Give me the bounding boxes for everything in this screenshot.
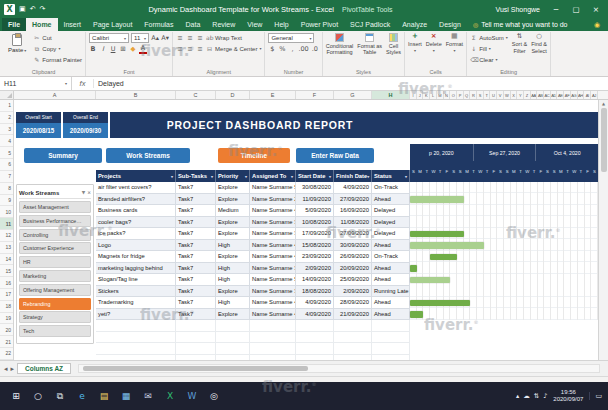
- table-cell[interactable]: Name Surname 4: [250, 309, 296, 321]
- table-cell[interactable]: [250, 343, 296, 355]
- fx-icon[interactable]: fx: [72, 79, 94, 88]
- align-center-button[interactable]: ≡: [186, 45, 194, 53]
- name-box[interactable]: H11▾: [0, 77, 72, 90]
- ribbon-tab-review[interactable]: Review: [206, 18, 241, 31]
- table-cell[interactable]: [372, 320, 410, 332]
- table-cell[interactable]: Ahead: [372, 297, 410, 309]
- slicer-item-asset-management[interactable]: Asset Management: [19, 201, 91, 213]
- row-header-12[interactable]: 12: [0, 230, 13, 242]
- table-cell[interactable]: [372, 343, 410, 355]
- redo-icon[interactable]: ↷: [40, 5, 46, 13]
- autosum-button[interactable]: ΣAutoSum▾: [470, 33, 508, 42]
- table-cell[interactable]: cooler bags?: [96, 217, 176, 229]
- nav-button-enter-raw-data[interactable]: Enter Raw Data: [296, 148, 374, 163]
- align-middle-button[interactable]: ≡: [186, 34, 194, 42]
- gantt-bar[interactable]: [430, 254, 457, 261]
- sheet-canvas[interactable]: Overall Start 2020/08/15 Overall End 202…: [14, 100, 598, 360]
- wrap-text-button[interactable]: abWrap Text: [206, 33, 242, 42]
- format-painter-button[interactable]: ✎Format Painter: [33, 55, 82, 64]
- column-header-AE[interactable]: AE: [557, 91, 564, 99]
- table-cell[interactable]: 16/09/2020: [334, 205, 372, 217]
- table-cell[interactable]: Task7: [176, 297, 216, 309]
- taskbar-icon-mail[interactable]: ✉: [138, 384, 158, 408]
- slicer-item-controlling[interactable]: Controlling: [19, 229, 91, 241]
- table-cell[interactable]: Task7: [176, 205, 216, 217]
- slicer-item-rebranding[interactable]: Rebranding: [19, 298, 91, 310]
- row-header-1[interactable]: 1: [0, 100, 13, 112]
- table-cell[interactable]: Branded airfilters?: [96, 194, 176, 206]
- taskbar-icon-task-view[interactable]: ⧉: [50, 384, 70, 408]
- action-center-icon[interactable]: ▭: [589, 392, 602, 400]
- row-header-6[interactable]: 6: [0, 159, 13, 171]
- minimize-button[interactable]: ─: [548, 5, 564, 14]
- font-color-button[interactable]: A: [139, 45, 147, 54]
- table-cell[interactable]: [372, 355, 410, 361]
- table-header-assigned-to[interactable]: Assigned To▾: [250, 170, 296, 182]
- column-header-Z[interactable]: Z: [524, 91, 531, 99]
- table-cell[interactable]: ice packs?: [96, 228, 176, 240]
- restore-button[interactable]: ▢: [568, 5, 584, 14]
- table-cell[interactable]: Task7: [176, 286, 216, 298]
- table-cell[interactable]: 21/09/2020: [334, 309, 372, 321]
- ribbon-tab-scj-padlock[interactable]: SCJ Padlock: [344, 18, 396, 31]
- table-cell[interactable]: [296, 332, 334, 344]
- column-header-C[interactable]: C: [176, 91, 216, 99]
- taskbar-icon-browser[interactable]: ◎: [204, 384, 224, 408]
- slicer-item-offering-management[interactable]: Offering Management: [19, 284, 91, 296]
- row-header-19[interactable]: 19: [0, 313, 13, 325]
- table-cell[interactable]: Name Surname 5: [250, 274, 296, 286]
- taskbar-clock[interactable]: 19:56 2020/09/07: [553, 389, 583, 404]
- table-cell[interactable]: On-Track: [372, 251, 410, 263]
- table-cell[interactable]: 18/08/2020: [296, 286, 334, 298]
- borders-button[interactable]: ⊞: [119, 45, 127, 53]
- bold-button[interactable]: B: [89, 45, 97, 53]
- column-header-Q[interactable]: Q: [464, 91, 471, 99]
- column-header-P[interactable]: P: [457, 91, 464, 99]
- table-cell[interactable]: Task7: [176, 194, 216, 206]
- table-cell[interactable]: Name Surname 3: [250, 286, 296, 298]
- table-cell[interactable]: Name Surname 3: [250, 228, 296, 240]
- table-cell[interactable]: 17/09/2020: [296, 228, 334, 240]
- table-cell[interactable]: 27/09/2020: [334, 228, 372, 240]
- percent-button[interactable]: %: [278, 45, 286, 53]
- table-cell[interactable]: Task7: [176, 228, 216, 240]
- table-cell[interactable]: Ahead: [372, 263, 410, 275]
- table-cell[interactable]: Delayed: [372, 217, 410, 229]
- filter-icon[interactable]: ▾: [329, 174, 331, 179]
- table-cell[interactable]: High: [216, 263, 250, 275]
- gantt-bar[interactable]: [410, 300, 470, 307]
- table-cell[interactable]: On-Track: [372, 182, 410, 194]
- column-header-N[interactable]: N: [444, 91, 451, 99]
- table-cell[interactable]: [96, 355, 176, 361]
- ribbon-tab-home[interactable]: Home: [26, 18, 57, 31]
- table-header-start-date[interactable]: Start Date▾: [296, 170, 334, 182]
- table-cell[interactable]: Name Surname 3: [250, 217, 296, 229]
- slicer-item-hr[interactable]: HR: [19, 256, 91, 268]
- table-cell[interactable]: Explore: [216, 182, 250, 194]
- paste-button[interactable]: Paste▾: [5, 33, 29, 54]
- column-header-L[interactable]: L: [430, 91, 437, 99]
- table-cell[interactable]: [216, 343, 250, 355]
- insert-cells-button[interactable]: +Insert▾: [408, 33, 422, 53]
- filter-icon[interactable]: ▾: [291, 174, 293, 179]
- table-cell[interactable]: 14/09/2020: [296, 274, 334, 286]
- column-header-S[interactable]: S: [477, 91, 484, 99]
- ribbon-tab-view[interactable]: View: [241, 18, 268, 31]
- select-all-corner[interactable]: [0, 91, 14, 99]
- table-cell[interactable]: [334, 332, 372, 344]
- vertical-scroll-thumb[interactable]: [601, 108, 607, 172]
- copy-button[interactable]: ⧉Copy▾: [33, 44, 82, 53]
- table-cell[interactable]: Magnets for fridge: [96, 251, 176, 263]
- table-cell[interactable]: High: [216, 274, 250, 286]
- currency-button[interactable]: $: [268, 45, 276, 53]
- table-cell[interactable]: Explore: [216, 228, 250, 240]
- table-cell[interactable]: 2/09/2020: [296, 263, 334, 275]
- column-header-R[interactable]: R: [470, 91, 477, 99]
- sort-filter-button[interactable]: ⇅ Sort &Filter: [512, 33, 527, 54]
- clear-button[interactable]: ⌫Clear▾: [470, 55, 508, 64]
- find-select-button[interactable]: ○ Find &Select: [531, 33, 547, 54]
- table-cell[interactable]: [216, 320, 250, 332]
- table-cell[interactable]: Name Surname 4: [250, 240, 296, 252]
- table-cell[interactable]: 5/09/2020: [296, 205, 334, 217]
- table-cell[interactable]: 28/09/2020: [334, 297, 372, 309]
